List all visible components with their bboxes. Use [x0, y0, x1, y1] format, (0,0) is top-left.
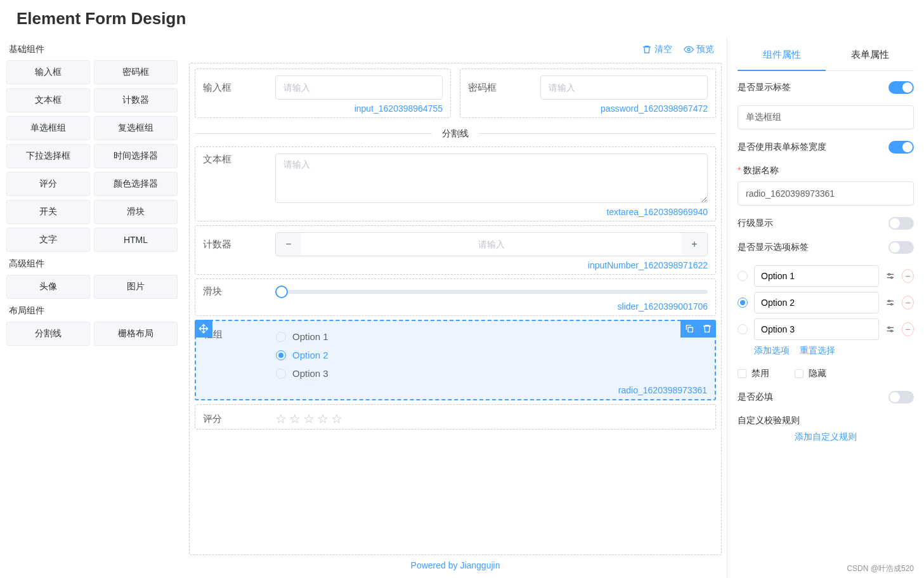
switch-option-label[interactable] — [888, 241, 914, 254]
radio-option[interactable]: Option 3 — [276, 368, 707, 379]
label-text-input[interactable] — [738, 105, 914, 129]
comp-textarea[interactable]: 文本框 — [6, 88, 90, 112]
comp-select[interactable]: 下拉选择框 — [6, 144, 90, 168]
tab-component-props[interactable]: 组件属性 — [738, 43, 826, 71]
option-remove-button[interactable]: − — [902, 269, 914, 283]
input-field[interactable] — [275, 76, 443, 100]
settings-icon[interactable] — [885, 297, 895, 308]
settings-icon[interactable] — [885, 270, 895, 282]
radio-option-label: Option 2 — [292, 350, 329, 360]
field-label: 文本框 — [203, 154, 266, 166]
checkbox-disabled[interactable]: 禁用 — [738, 368, 769, 379]
option-remove-button[interactable]: − — [902, 322, 914, 336]
component-panel: 基础组件 输入框 密码框 文本框 计数器 单选框组 复选框组 下拉选择框 时间选… — [0, 37, 184, 578]
divider-text: 分割线 — [432, 128, 479, 140]
prop-custom-rules: 自定义校验规则 — [738, 415, 914, 426]
option-row: − — [738, 292, 914, 313]
field-id: textarea_1620398969940 — [203, 203, 708, 218]
comp-input[interactable]: 输入框 — [6, 60, 90, 84]
slider-thumb[interactable] — [275, 286, 288, 298]
svg-point-4 — [888, 300, 890, 302]
comp-checkbox[interactable]: 复选框组 — [94, 116, 178, 140]
comp-colorpicker[interactable]: 颜色选择器 — [94, 172, 178, 196]
properties-panel: 组件属性 表单属性 是否显示标签 是否使用表单标签宽度 *数据名称 行级显示 — [727, 37, 924, 578]
option-remove-button[interactable]: − — [902, 296, 914, 310]
radio-option[interactable]: Option 1 — [276, 331, 707, 342]
option-label-input[interactable] — [754, 292, 879, 313]
trash-icon — [702, 324, 712, 334]
comp-slider[interactable]: 滑块 — [94, 200, 178, 224]
field-number[interactable]: 计数器 − + inputNumber_1620398971622 — [195, 225, 716, 275]
prop-use-form-label-width: 是否使用表单标签宽度 — [738, 141, 826, 153]
comp-avatar[interactable]: 头像 — [6, 275, 90, 299]
star-icon[interactable]: ☆ — [317, 412, 329, 426]
comp-image[interactable]: 图片 — [94, 275, 178, 299]
field-slider[interactable]: 滑块 slider_1620399001706 — [195, 279, 716, 316]
field-input[interactable]: 输入框 input_1620398964755 — [195, 69, 451, 118]
add-option-link[interactable]: 添加选项 — [754, 345, 790, 357]
comp-radio[interactable]: 单选框组 — [6, 116, 90, 140]
star-icon[interactable]: ☆ — [275, 412, 287, 426]
clear-button[interactable]: 清空 — [642, 44, 672, 55]
comp-html[interactable]: HTML — [94, 228, 178, 252]
tab-form-props[interactable]: 表单属性 — [826, 43, 914, 70]
settings-icon[interactable] — [885, 324, 895, 335]
svg-point-3 — [890, 277, 892, 279]
group-title-basic: 基础组件 — [6, 39, 178, 60]
option-label-input[interactable] — [754, 319, 879, 340]
textarea-field[interactable] — [275, 154, 708, 203]
option-label-input[interactable] — [754, 265, 879, 287]
star-icon[interactable]: ☆ — [289, 412, 301, 426]
field-divider[interactable]: 分割线 — [195, 133, 716, 134]
radio-option[interactable]: Option 2 — [276, 350, 707, 360]
svg-point-0 — [687, 48, 690, 51]
option-default-radio[interactable] — [738, 298, 748, 308]
canvas-area: 清空 预览 输入框 input_1620398964755 — [184, 37, 727, 578]
number-input[interactable] — [301, 233, 682, 256]
star-icon[interactable]: ☆ — [331, 412, 342, 426]
option-default-radio[interactable] — [738, 271, 748, 281]
drag-handle[interactable] — [195, 320, 212, 338]
comp-rate[interactable]: 评分 — [6, 172, 90, 196]
page-title: Element Form Design — [0, 0, 924, 37]
delete-button[interactable] — [698, 320, 716, 338]
switch-inline[interactable] — [888, 217, 914, 230]
preview-button[interactable]: 预览 — [684, 44, 714, 55]
slider-track[interactable] — [275, 286, 708, 298]
field-label: 计数器 — [203, 239, 266, 251]
number-increase-button[interactable]: + — [682, 233, 707, 256]
field-radio-selected[interactable]: 框组 Option 1 Option 2 Option 3 radio_1620… — [195, 320, 716, 400]
data-name-input[interactable] — [738, 181, 914, 206]
svg-point-7 — [890, 330, 892, 332]
field-rate[interactable]: 评分 ☆☆☆☆☆ — [195, 404, 716, 430]
checkbox-hidden[interactable]: 隐藏 — [795, 368, 826, 379]
field-id: inputNumber_1620398971622 — [203, 256, 708, 272]
field-password[interactable]: 密码框 password_1620398967472 — [460, 69, 716, 118]
field-id: slider_1620399001706 — [203, 298, 708, 313]
password-field[interactable] — [540, 76, 708, 100]
comp-number[interactable]: 计数器 — [94, 88, 178, 112]
copy-button[interactable] — [680, 320, 698, 338]
field-label: 框组 — [204, 329, 267, 341]
add-custom-rule-link[interactable]: 添加自定义规则 — [738, 431, 914, 443]
chk-label: 隐藏 — [809, 368, 826, 379]
star-icon[interactable]: ☆ — [303, 412, 315, 426]
comp-password[interactable]: 密码框 — [94, 60, 178, 84]
switch-show-label[interactable] — [888, 81, 914, 94]
switch-form-label-width[interactable] — [888, 141, 914, 154]
option-default-radio[interactable] — [738, 324, 748, 334]
comp-switch[interactable]: 开关 — [6, 200, 90, 224]
eye-icon — [684, 44, 694, 55]
option-row: − — [738, 319, 914, 340]
reset-select-link[interactable]: 重置选择 — [800, 345, 835, 357]
comp-divider[interactable]: 分割线 — [6, 322, 90, 346]
switch-required[interactable] — [888, 391, 914, 404]
comp-timepicker[interactable]: 时间选择器 — [94, 144, 178, 168]
field-textarea[interactable]: 文本框 textarea_1620398969940 — [195, 147, 716, 221]
preview-label: 预览 — [696, 44, 714, 55]
rate-stars[interactable]: ☆☆☆☆☆ — [275, 411, 345, 426]
number-decrease-button[interactable]: − — [276, 233, 301, 256]
comp-grid[interactable]: 栅格布局 — [94, 322, 178, 346]
comp-text[interactable]: 文字 — [6, 228, 90, 252]
field-label: 滑块 — [203, 286, 266, 298]
